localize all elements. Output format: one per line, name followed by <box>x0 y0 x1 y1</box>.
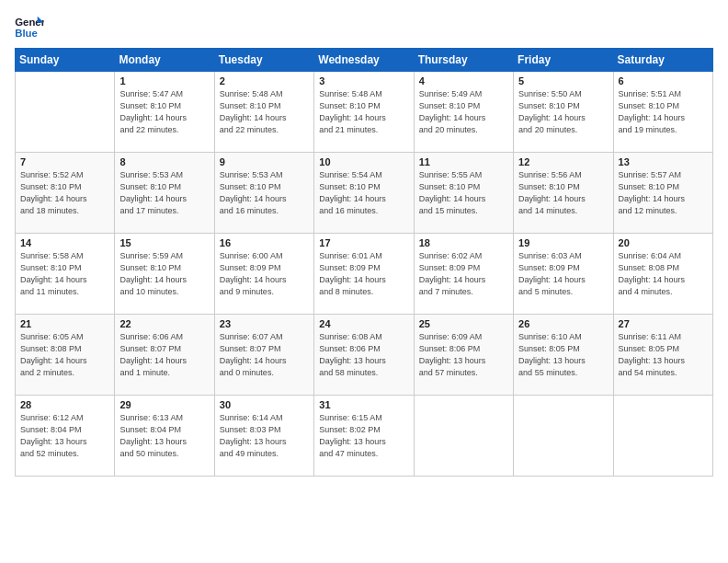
day-number: 5 <box>518 75 608 86</box>
weekday-header-cell: Saturday <box>613 49 712 72</box>
day-number: 17 <box>319 237 408 248</box>
day-info: Sunrise: 5:49 AM Sunset: 8:10 PM Dayligh… <box>419 88 508 136</box>
day-info: Sunrise: 6:04 AM Sunset: 8:08 PM Dayligh… <box>619 250 708 298</box>
day-number: 22 <box>119 318 209 329</box>
day-info: Sunrise: 5:56 AM Sunset: 8:10 PM Dayligh… <box>518 169 608 217</box>
calendar-day-cell: 8Sunrise: 5:53 AM Sunset: 8:10 PM Daylig… <box>115 153 214 234</box>
calendar-day-cell: 14Sunrise: 5:58 AM Sunset: 8:10 PM Dayli… <box>16 234 115 315</box>
day-info: Sunrise: 5:58 AM Sunset: 8:10 PM Dayligh… <box>20 250 109 298</box>
day-info: Sunrise: 6:02 AM Sunset: 8:09 PM Dayligh… <box>419 250 508 298</box>
calendar-day-cell: 16Sunrise: 6:00 AM Sunset: 8:09 PM Dayli… <box>214 234 313 315</box>
day-number: 20 <box>619 237 708 248</box>
day-info: Sunrise: 6:11 AM Sunset: 8:05 PM Dayligh… <box>619 331 708 379</box>
calendar-day-cell: 17Sunrise: 6:01 AM Sunset: 8:09 PM Dayli… <box>314 234 414 315</box>
day-number: 31 <box>319 399 408 410</box>
calendar-day-cell: 18Sunrise: 6:02 AM Sunset: 8:09 PM Dayli… <box>414 234 513 315</box>
calendar-day-cell: 31Sunrise: 6:15 AM Sunset: 8:02 PM Dayli… <box>314 396 414 477</box>
day-info: Sunrise: 6:15 AM Sunset: 8:02 PM Dayligh… <box>319 412 408 460</box>
calendar-day-cell <box>613 396 712 477</box>
day-number: 10 <box>319 156 408 167</box>
weekday-header-cell: Friday <box>514 49 613 72</box>
day-info: Sunrise: 6:08 AM Sunset: 8:06 PM Dayligh… <box>319 331 408 379</box>
day-number: 12 <box>518 156 608 167</box>
day-info: Sunrise: 5:59 AM Sunset: 8:10 PM Dayligh… <box>119 250 209 298</box>
weekday-header-cell: Thursday <box>414 49 513 72</box>
day-info: Sunrise: 5:55 AM Sunset: 8:10 PM Dayligh… <box>419 169 508 217</box>
calendar-day-cell: 25Sunrise: 6:09 AM Sunset: 8:06 PM Dayli… <box>414 315 513 396</box>
day-number: 11 <box>419 156 508 167</box>
calendar-day-cell: 10Sunrise: 5:54 AM Sunset: 8:10 PM Dayli… <box>314 153 414 234</box>
calendar-day-cell <box>514 396 613 477</box>
weekday-header-cell: Tuesday <box>214 49 313 72</box>
day-number: 29 <box>119 399 209 410</box>
day-number: 26 <box>518 318 608 329</box>
day-number: 28 <box>20 399 109 410</box>
calendar-day-cell: 23Sunrise: 6:07 AM Sunset: 8:07 PM Dayli… <box>214 315 313 396</box>
day-number: 30 <box>220 399 309 410</box>
day-number: 19 <box>518 237 608 248</box>
calendar-day-cell: 1Sunrise: 5:47 AM Sunset: 8:10 PM Daylig… <box>115 72 214 153</box>
day-info: Sunrise: 5:48 AM Sunset: 8:10 PM Dayligh… <box>220 88 309 136</box>
day-info: Sunrise: 6:10 AM Sunset: 8:05 PM Dayligh… <box>518 331 608 379</box>
day-number: 27 <box>619 318 708 329</box>
day-number: 4 <box>419 75 508 86</box>
weekday-header-cell: Monday <box>115 49 214 72</box>
calendar-week-row: 1Sunrise: 5:47 AM Sunset: 8:10 PM Daylig… <box>16 72 713 153</box>
calendar-day-cell: 21Sunrise: 6:05 AM Sunset: 8:08 PM Dayli… <box>16 315 115 396</box>
day-info: Sunrise: 6:00 AM Sunset: 8:09 PM Dayligh… <box>220 250 309 298</box>
day-number: 3 <box>319 75 408 86</box>
day-number: 21 <box>20 318 109 329</box>
calendar-day-cell <box>414 396 513 477</box>
calendar-day-cell: 20Sunrise: 6:04 AM Sunset: 8:08 PM Dayli… <box>613 234 712 315</box>
calendar-day-cell: 30Sunrise: 6:14 AM Sunset: 8:03 PM Dayli… <box>214 396 313 477</box>
calendar-week-row: 7Sunrise: 5:52 AM Sunset: 8:10 PM Daylig… <box>16 153 713 234</box>
calendar-day-cell: 29Sunrise: 6:13 AM Sunset: 8:04 PM Dayli… <box>115 396 214 477</box>
day-number: 8 <box>119 156 209 167</box>
day-number: 1 <box>119 75 209 86</box>
day-info: Sunrise: 5:47 AM Sunset: 8:10 PM Dayligh… <box>119 88 209 136</box>
calendar-day-cell <box>16 72 115 153</box>
day-number: 7 <box>20 156 109 167</box>
calendar-day-cell: 13Sunrise: 5:57 AM Sunset: 8:10 PM Dayli… <box>613 153 712 234</box>
day-info: Sunrise: 6:14 AM Sunset: 8:03 PM Dayligh… <box>220 412 309 460</box>
day-info: Sunrise: 6:09 AM Sunset: 8:06 PM Dayligh… <box>419 331 508 379</box>
calendar-week-row: 14Sunrise: 5:58 AM Sunset: 8:10 PM Dayli… <box>16 234 713 315</box>
day-number: 24 <box>319 318 408 329</box>
day-number: 14 <box>20 237 109 248</box>
day-info: Sunrise: 6:07 AM Sunset: 8:07 PM Dayligh… <box>220 331 309 379</box>
day-number: 9 <box>220 156 309 167</box>
day-info: Sunrise: 5:57 AM Sunset: 8:10 PM Dayligh… <box>619 169 708 217</box>
calendar-table: SundayMondayTuesdayWednesdayThursdayFrid… <box>15 48 713 477</box>
day-number: 18 <box>419 237 508 248</box>
logo-icon: General Blue <box>15 15 44 40</box>
calendar-day-cell: 26Sunrise: 6:10 AM Sunset: 8:05 PM Dayli… <box>514 315 613 396</box>
day-info: Sunrise: 5:53 AM Sunset: 8:10 PM Dayligh… <box>119 169 209 217</box>
day-info: Sunrise: 5:53 AM Sunset: 8:10 PM Dayligh… <box>220 169 309 217</box>
calendar-day-cell: 9Sunrise: 5:53 AM Sunset: 8:10 PM Daylig… <box>214 153 313 234</box>
day-number: 25 <box>419 318 508 329</box>
calendar-day-cell: 19Sunrise: 6:03 AM Sunset: 8:09 PM Dayli… <box>514 234 613 315</box>
day-info: Sunrise: 5:54 AM Sunset: 8:10 PM Dayligh… <box>319 169 408 217</box>
calendar-day-cell: 28Sunrise: 6:12 AM Sunset: 8:04 PM Dayli… <box>16 396 115 477</box>
calendar-day-cell: 15Sunrise: 5:59 AM Sunset: 8:10 PM Dayli… <box>115 234 214 315</box>
calendar-week-row: 28Sunrise: 6:12 AM Sunset: 8:04 PM Dayli… <box>16 396 713 477</box>
weekday-header-cell: Wednesday <box>314 49 414 72</box>
day-info: Sunrise: 5:51 AM Sunset: 8:10 PM Dayligh… <box>619 88 708 136</box>
weekday-header-row: SundayMondayTuesdayWednesdayThursdayFrid… <box>16 49 713 72</box>
calendar-day-cell: 2Sunrise: 5:48 AM Sunset: 8:10 PM Daylig… <box>214 72 313 153</box>
day-info: Sunrise: 5:48 AM Sunset: 8:10 PM Dayligh… <box>319 88 408 136</box>
day-number: 13 <box>619 156 708 167</box>
calendar-day-cell: 11Sunrise: 5:55 AM Sunset: 8:10 PM Dayli… <box>414 153 513 234</box>
logo: General Blue <box>15 15 44 40</box>
day-number: 6 <box>619 75 708 86</box>
day-number: 15 <box>119 237 209 248</box>
day-number: 16 <box>220 237 309 248</box>
calendar-day-cell: 27Sunrise: 6:11 AM Sunset: 8:05 PM Dayli… <box>613 315 712 396</box>
calendar-day-cell: 3Sunrise: 5:48 AM Sunset: 8:10 PM Daylig… <box>314 72 414 153</box>
day-info: Sunrise: 6:12 AM Sunset: 8:04 PM Dayligh… <box>20 412 109 460</box>
day-info: Sunrise: 6:03 AM Sunset: 8:09 PM Dayligh… <box>518 250 608 298</box>
day-info: Sunrise: 6:05 AM Sunset: 8:08 PM Dayligh… <box>20 331 109 379</box>
calendar-day-cell: 12Sunrise: 5:56 AM Sunset: 8:10 PM Dayli… <box>514 153 613 234</box>
svg-text:Blue: Blue <box>15 28 38 39</box>
calendar-week-row: 21Sunrise: 6:05 AM Sunset: 8:08 PM Dayli… <box>16 315 713 396</box>
